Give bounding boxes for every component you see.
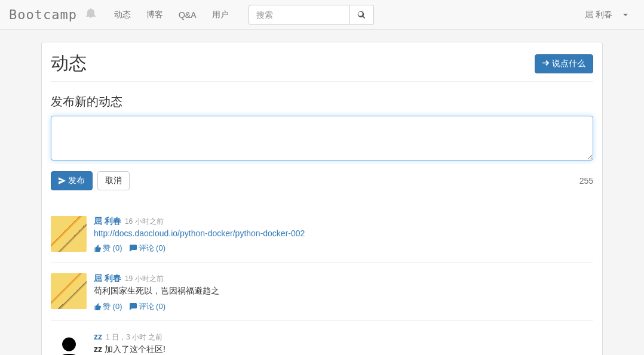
say-something-label: 说点什么 [552,58,585,69]
navbar-right: 屈 利春 [578,10,635,20]
avatar[interactable] [51,216,87,252]
feed-body: zz1 日，3 小时 之前zz 加入了这个社区! 赞 (0) 评论 (0) [94,332,593,355]
avatar[interactable] [51,273,87,309]
comment-button[interactable]: 评论 (0) [130,243,166,254]
feed-item: 屈 利春19 小时之前苟利国家生死以，岂因祸福避趋之 赞 (0) 评论 (0) [51,262,593,320]
feed-header: 屈 利春16 小时之前 [94,216,593,227]
like-button[interactable]: 赞 (0) [94,243,122,254]
paper-plane-icon [59,177,66,184]
comment-label: 评论 (0) [139,301,166,312]
feed-author[interactable]: 屈 利春 [94,216,121,227]
thumbs-up-icon [94,245,101,252]
feed-author[interactable]: zz [94,332,102,341]
comment-icon [130,245,137,252]
page-header: 动态 说点什么 [51,51,593,82]
like-label: 赞 (0) [103,243,122,254]
search-button[interactable] [350,5,374,25]
cancel-label: 取消 [105,175,122,186]
feed-author[interactable]: 屈 利春 [94,273,121,284]
main-container: 动态 说点什么 发布新的动态 发布 取消 255 屈 利春16 小时之前http… [32,42,612,355]
feed-time: 19 小时之前 [125,274,164,284]
feed-time: 1 日，3 小时 之前 [106,332,162,342]
feed-body: 屈 利春19 小时之前苟利国家生死以，岂因祸福避趋之 赞 (0) 评论 (0) [94,273,593,312]
brand-logo[interactable]: Bootcamp [9,7,77,22]
comment-button[interactable]: 评论 (0) [130,301,166,312]
like-button[interactable]: 赞 (0) [94,301,122,312]
feed-actions: 赞 (0) 评论 (0) [94,243,593,254]
feed-panel: 动态 说点什么 发布新的动态 发布 取消 255 屈 利春16 小时之前http… [41,42,603,355]
publish-label: 发布 [68,175,85,186]
user-menu[interactable]: 屈 利春 [578,10,635,20]
publish-button[interactable]: 发布 [51,171,93,190]
feed-content-prefix: zz [94,344,102,354]
feed-header: 屈 利春19 小时之前 [94,273,593,284]
search-group [249,5,374,25]
char-count: 255 [579,176,593,186]
feed-time: 16 小时之前 [125,217,164,227]
share-icon [542,60,550,67]
page-title: 动态 [51,51,87,76]
avatar[interactable] [51,332,87,355]
caret-down-icon [623,14,628,16]
feed-content: 苟利国家生死以，岂因祸福避趋之 [94,286,593,297]
nav-qa[interactable]: Q&A [171,1,204,29]
search-input[interactable] [249,5,350,25]
navbar: Bootcamp 动态 博客 Q&A 用户 屈 利春 [0,0,644,30]
feed-actions: 赞 (0) 评论 (0) [94,301,593,312]
feed-content: zz 加入了这个社区! [94,344,593,355]
cancel-button[interactable]: 取消 [97,171,130,190]
feed-item: 屈 利春16 小时之前http://docs.daocloud.io/pytho… [51,205,593,262]
compose-label: 发布新的动态 [51,94,593,110]
like-label: 赞 (0) [103,301,122,312]
feed-header: zz1 日，3 小时 之前 [94,332,593,342]
comment-label: 评论 (0) [139,243,166,254]
nav-users[interactable]: 用户 [204,1,237,29]
say-something-button[interactable]: 说点什么 [535,54,593,73]
thumbs-up-icon [94,303,101,310]
compose-actions: 发布 取消 255 [51,171,593,190]
feed-content-link[interactable]: http://docs.daocloud.io/python-docker/py… [94,229,305,238]
user-name: 屈 利春 [585,10,612,20]
search-icon [357,11,366,19]
compose-textarea[interactable] [51,116,593,160]
nav-blog[interactable]: 博客 [139,1,171,29]
nav-feed[interactable]: 动态 [106,1,139,29]
feed-item: zz1 日，3 小时 之前zz 加入了这个社区! 赞 (0) 评论 (0) [51,320,593,355]
comment-icon [130,303,137,310]
bell-icon[interactable] [86,8,96,21]
feed-content: http://docs.daocloud.io/python-docker/py… [94,229,593,238]
feed-list: 屈 利春16 小时之前http://docs.daocloud.io/pytho… [51,205,593,355]
feed-body: 屈 利春16 小时之前http://docs.daocloud.io/pytho… [94,216,593,254]
